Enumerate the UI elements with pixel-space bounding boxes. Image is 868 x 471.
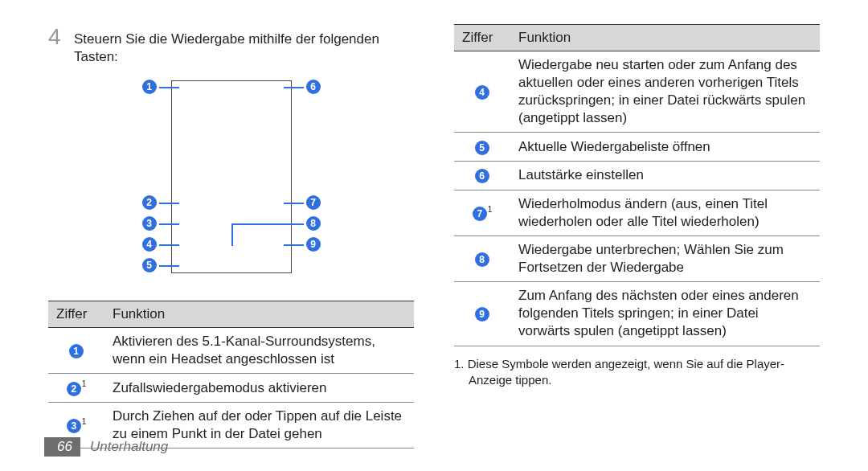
table-cell-text: Wiedergabe unterbrechen; Wählen Sie zum …	[510, 236, 820, 282]
table-right-hdr-ziffer: Ziffer	[454, 25, 510, 51]
table-cell-text: Lautstärke einstellen	[510, 162, 820, 190]
table-row: 71 Wiederholmodus ändern (aus, einen Tit…	[454, 190, 820, 236]
right-column: Ziffer Funktion 4 Wiedergabe neu starten…	[454, 24, 820, 448]
table-cell-text: Zum Anfang des nächsten oder eines ander…	[510, 282, 820, 346]
table-row: 5 Aktuelle Wiedergabeliste öffnen	[454, 133, 820, 162]
callout-label-1: 1	[142, 80, 157, 94]
table-row: 9 Zum Anfang des nächsten oder eines and…	[454, 282, 820, 346]
table-row: 4 Wiedergabe neu starten oder zum Anfang…	[454, 51, 820, 133]
table-cell-text: Aktuelle Wiedergabeliste öffnen	[510, 133, 820, 162]
step-text: Steuern Sie die Wiedergabe mithilfe der …	[74, 24, 414, 66]
table-row: 6 Lautstärke einstellen	[454, 162, 820, 190]
table-cell-num: 4	[454, 51, 510, 133]
callout-line-3	[159, 223, 179, 225]
callout-line-6	[284, 87, 304, 88]
table-row: 8 Wiedergabe unterbrechen; Wählen Sie zu…	[454, 236, 820, 282]
callout-label-2: 2	[142, 195, 157, 210]
table-cell-num: 1	[48, 328, 104, 374]
callout-label-3: 3	[142, 216, 157, 231]
table-left: Ziffer Funktion 1 Aktivieren des 5.1-Kan…	[48, 301, 414, 448]
diagram: 1 2 3 4 5 6 7 8 9	[115, 72, 348, 289]
table-cell-num: 9	[454, 282, 510, 346]
callout-line-4	[159, 244, 179, 246]
footnote: 1. Diese Symbole werden angezeigt, wenn …	[454, 356, 820, 389]
left-column: 4 Steuern Sie die Wiedergabe mithilfe de…	[48, 24, 414, 448]
callout-label-4: 4	[142, 237, 157, 252]
table-cell-num: 71	[454, 190, 510, 236]
callout-label-9: 9	[306, 237, 321, 252]
footer: 66 Unterhaltung	[44, 437, 168, 457]
table-right: Ziffer Funktion 4 Wiedergabe neu starten…	[454, 24, 820, 346]
callout-line-8	[284, 223, 304, 225]
page: 4 Steuern Sie die Wiedergabe mithilfe de…	[0, 0, 868, 448]
callout-line-9	[284, 244, 304, 246]
callout-label-8: 8	[306, 216, 321, 231]
table-right-hdr-funktion: Funktion	[510, 25, 820, 51]
callout-line-7	[284, 203, 304, 204]
table-left-hdr-funktion: Funktion	[104, 301, 414, 328]
table-cell-num: 5	[454, 133, 510, 162]
table-row: 21 Zufallswiedergabemodus aktivieren	[48, 374, 414, 403]
step-row: 4 Steuern Sie die Wiedergabe mithilfe de…	[48, 24, 414, 66]
callout-label-5: 5	[142, 258, 157, 272]
callout-inner-8	[231, 223, 284, 246]
table-cell-num: 21	[48, 374, 104, 403]
table-cell-num: 8	[454, 236, 510, 282]
section-title: Unterhaltung	[90, 439, 168, 455]
callout-label-7: 7	[306, 195, 321, 210]
page-number: 66	[44, 437, 80, 457]
table-cell-text: Aktivieren des 5.1-Kanal-Surroundsystems…	[104, 328, 414, 374]
callout-line-1	[159, 87, 179, 88]
callout-line-2	[159, 203, 179, 204]
table-cell-text: Wiederholmodus ändern (aus, einen Titel …	[510, 190, 820, 236]
table-cell-text: Zufallswiedergabemodus aktivieren	[104, 374, 414, 403]
table-row: 1 Aktivieren des 5.1-Kanal-Surroundsyste…	[48, 328, 414, 374]
table-cell-text: Wiedergabe neu starten oder zum Anfang d…	[510, 51, 820, 133]
table-cell-num: 6	[454, 162, 510, 190]
callout-label-6: 6	[306, 80, 321, 94]
step-number: 4	[48, 24, 68, 66]
table-left-hdr-ziffer: Ziffer	[48, 301, 104, 328]
callout-line-5	[159, 265, 179, 267]
